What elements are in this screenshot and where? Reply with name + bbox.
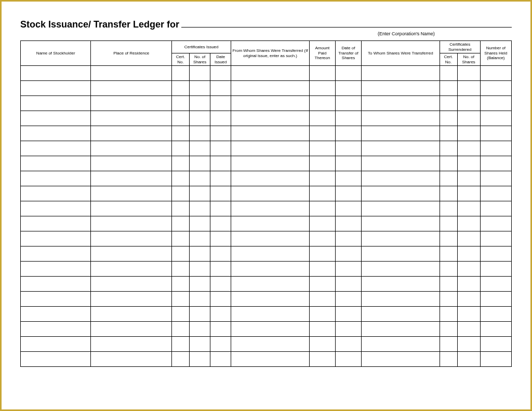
- table-cell: [440, 81, 457, 96]
- table-cell: [190, 231, 210, 246]
- table-cell: [91, 292, 171, 307]
- table-cell: [21, 156, 91, 171]
- table-cell: [335, 352, 361, 367]
- table-cell: [210, 262, 231, 277]
- table-cell: [210, 352, 231, 367]
- table-cell: [457, 292, 480, 307]
- table-cell: [171, 322, 189, 337]
- table-cell: [309, 322, 335, 337]
- table-cell: [309, 337, 335, 352]
- table-cell: [21, 216, 91, 231]
- table-cell: [480, 141, 511, 156]
- table-cell: [21, 246, 91, 262]
- table-cell: [190, 307, 210, 322]
- table-cell: [91, 337, 171, 352]
- table-cell: [91, 352, 171, 367]
- table-cell: [309, 352, 335, 367]
- table-cell: [362, 352, 440, 367]
- table-cell: [21, 186, 91, 201]
- table-cell: [335, 126, 361, 141]
- table-row: [21, 81, 512, 96]
- table-cell: [309, 246, 335, 262]
- table-cell: [335, 66, 361, 81]
- table-cell: [210, 96, 231, 111]
- table-cell: [171, 292, 189, 307]
- table-cell: [91, 231, 171, 246]
- table-row: [21, 96, 512, 111]
- table-row: [21, 66, 512, 81]
- table-cell: [231, 81, 309, 96]
- table-cell: [210, 186, 231, 201]
- table-cell: [457, 246, 480, 262]
- table-cell: [440, 262, 457, 277]
- table-cell: [362, 292, 440, 307]
- table-cell: [231, 126, 309, 141]
- table-cell: [335, 156, 361, 171]
- table-cell: [362, 277, 440, 292]
- table-cell: [171, 141, 189, 156]
- table-cell: [335, 216, 361, 231]
- table-cell: [91, 216, 171, 231]
- table-cell: [210, 141, 231, 156]
- table-cell: [21, 201, 91, 216]
- table-cell: [231, 292, 309, 307]
- table-cell: [457, 277, 480, 292]
- table-cell: [171, 201, 189, 216]
- table-cell: [210, 66, 231, 81]
- table-cell: [480, 337, 511, 352]
- table-cell: [335, 201, 361, 216]
- table-cell: [362, 81, 440, 96]
- title-row: Stock Issuance/ Transfer Ledger for: [20, 19, 512, 30]
- table-cell: [171, 81, 189, 96]
- table-cell: [440, 186, 457, 201]
- table-cell: [91, 186, 171, 201]
- table-cell: [362, 322, 440, 337]
- table-cell: [210, 337, 231, 352]
- table-cell: [190, 322, 210, 337]
- table-cell: [210, 307, 231, 322]
- table-cell: [21, 292, 91, 307]
- table-cell: [309, 171, 335, 186]
- table-cell: [210, 156, 231, 171]
- table-cell: [309, 81, 335, 96]
- table-cell: [231, 141, 309, 156]
- table-cell: [171, 337, 189, 352]
- table-cell: [171, 186, 189, 201]
- table-row: [21, 216, 512, 231]
- table-cell: [231, 337, 309, 352]
- table-cell: [480, 231, 511, 246]
- table-cell: [21, 96, 91, 111]
- table-cell: [231, 171, 309, 186]
- table-row: [21, 141, 512, 156]
- table-header: Name of Stockholder Place of Residence C…: [21, 41, 512, 66]
- corporation-name-blank: [181, 19, 512, 28]
- table-row: [21, 307, 512, 322]
- table-cell: [480, 201, 511, 216]
- table-cell: [210, 126, 231, 141]
- table-cell: [480, 126, 511, 141]
- table-row: [21, 126, 512, 141]
- table-cell: [309, 66, 335, 81]
- table-cell: [171, 156, 189, 171]
- table-row: [21, 201, 512, 216]
- table-cell: [440, 171, 457, 186]
- table-cell: [309, 216, 335, 231]
- col-amount-paid: Amount Paid Thereon: [309, 41, 335, 66]
- ledger-table: Name of Stockholder Place of Residence C…: [20, 40, 512, 367]
- table-cell: [362, 216, 440, 231]
- table-cell: [362, 186, 440, 201]
- table-cell: [91, 141, 171, 156]
- col-no-shares-2: No. of Shares: [457, 53, 480, 66]
- table-cell: [190, 111, 210, 126]
- table-cell: [362, 111, 440, 126]
- table-cell: [91, 96, 171, 111]
- table-cell: [171, 307, 189, 322]
- table-cell: [91, 246, 171, 262]
- table-cell: [362, 201, 440, 216]
- table-cell: [210, 246, 231, 262]
- table-cell: [171, 171, 189, 186]
- table-cell: [480, 352, 511, 367]
- table-cell: [440, 231, 457, 246]
- table-cell: [480, 246, 511, 262]
- table-cell: [362, 126, 440, 141]
